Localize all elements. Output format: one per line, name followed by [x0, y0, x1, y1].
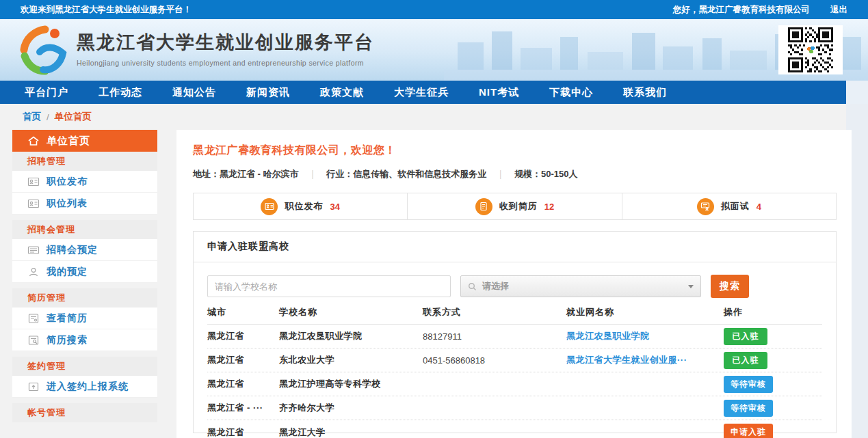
sidebar-section-header: 签约管理 [12, 357, 157, 376]
table-row: 黑龙江省 东北农业大学 0451-56860818 黑龙江省大学生就业创业服··… [207, 348, 822, 372]
welcome-text: 欢迎来到黑龙江省大学生就业创业服务平台！ [21, 4, 192, 16]
logout-link[interactable]: 退出 [830, 4, 847, 16]
table-row: 黑龙江省 黑龙江农垦职业学院 88127911 黑龙江农垦职业学院 已入驻 [207, 325, 822, 348]
job-card-icon [261, 198, 278, 215]
nav-item-work-news[interactable]: 工作动态 [98, 86, 142, 99]
stat-value: 34 [330, 202, 339, 212]
sidebar-section-header: 简历管理 [12, 288, 157, 307]
upload-icon [27, 381, 40, 392]
sidebar-section-header: 招聘会管理 [12, 220, 157, 239]
joined-badge-button[interactable]: 已入驻 [724, 352, 767, 369]
joined-badge-button[interactable]: 已入驻 [724, 328, 767, 345]
stats-bar: 职位发布 34 收到简历 12 拟面试 4 [193, 193, 837, 220]
sidebar-item-job-list[interactable]: 职位列表 [12, 193, 157, 215]
stat-resumes-received: 收到简历 12 [408, 193, 622, 219]
sidebar-active-label: 单位首页 [47, 135, 90, 148]
main-content: 黑龙江广睿教育科技有限公司，欢迎您！ 地址： 黑龙江省 - 哈尔滨市 ｜ 行业：… [176, 130, 852, 438]
sidebar-item-label: 查看简历 [47, 312, 88, 325]
nav-item-policy[interactable]: 政策文献 [320, 86, 364, 99]
sidebar-item-label: 进入签约上报系统 [47, 381, 129, 393]
site-title: 黑龙江省大学生就业创业服务平台 [77, 30, 374, 55]
nav-item-news[interactable]: 新闻资讯 [246, 86, 290, 99]
col-site: 就业网名称 [566, 306, 724, 318]
alliance-schools-section: 申请入驻联盟高校 请选择 搜索 城市 学校名称 联系方式 就业网名称 操作 [193, 231, 837, 433]
sidebar: 单位首页 招聘管理 职位发布 职位列表 招聘会管理 [12, 130, 157, 428]
site-subtitle: Heilongjiang university students employm… [77, 59, 374, 67]
breadcrumb: 首页 / 单位首页 [23, 104, 92, 130]
sidebar-item-label: 职位发布 [47, 176, 88, 188]
cell-school: 黑龙江护理高等专科学校 [279, 378, 423, 390]
sidebar-group-recruit: 招聘管理 职位发布 职位列表 [12, 152, 157, 215]
cell-school: 黑龙江大学 [279, 426, 423, 438]
cell-school: 齐齐哈尔大学 [279, 402, 423, 414]
sidebar-item-label: 招聘会预定 [47, 244, 98, 256]
resume-doc-icon [475, 198, 492, 215]
sidebar-item-unit-home[interactable]: 单位首页 [12, 130, 157, 152]
chevron-down-icon [688, 285, 694, 288]
sidebar-section-header: 招聘管理 [12, 152, 157, 171]
person-icon [27, 266, 40, 277]
employment-site-link[interactable]: 黑龙江农垦职业学院 [566, 331, 650, 341]
apply-join-button[interactable]: 申请入驻 [724, 424, 773, 438]
home-icon [27, 135, 40, 146]
breadcrumb-home-link[interactable]: 首页 [23, 111, 41, 123]
pending-review-button[interactable]: 等待审核 [724, 400, 773, 417]
sidebar-item-contract-system[interactable]: 进入签约上报系统 [12, 376, 157, 398]
nav-item-contact[interactable]: 联系我们 [623, 86, 667, 99]
main-nav: 平台门户 工作动态 通知公告 新闻资讯 政策文献 大学生征兵 NIT考试 下载中… [0, 81, 846, 104]
cell-school: 东北农业大学 [279, 354, 423, 366]
breadcrumb-separator: / [47, 112, 49, 122]
cell-city: 黑龙江省 [207, 354, 279, 366]
nav-item-notices[interactable]: 通知公告 [172, 86, 216, 99]
cell-school: 黑龙江农垦职业学院 [279, 330, 423, 342]
table-row: 黑龙江省 黑龙江护理高等专科学校 等待审核 [207, 372, 822, 396]
pending-review-button[interactable]: 等待审核 [724, 376, 773, 393]
site-header: 黑龙江省大学生就业创业服务平台 Heilongjiang university … [0, 19, 868, 81]
table-header-row: 城市 学校名称 联系方式 就业网名称 操作 [207, 301, 822, 325]
employment-site-link[interactable]: 黑龙江省大学生就业创业服··· [566, 355, 687, 365]
stat-value: 12 [544, 202, 554, 212]
board-icon [27, 245, 40, 256]
stat-label: 收到简历 [499, 200, 538, 213]
cell-city: 黑龙江省 [207, 330, 279, 342]
top-bar: 欢迎来到黑龙江省大学生就业创业服务平台！ 您好，黑龙江广睿教育科技有限公司 退出 [0, 0, 868, 19]
stat-value: 4 [757, 202, 761, 212]
search-icon [468, 282, 477, 291]
nav-item-recruitment[interactable]: 大学生征兵 [394, 86, 449, 99]
interview-icon [697, 198, 714, 215]
industry-label: 行业： [326, 168, 353, 180]
table-row: 黑龙江省 - ··· 齐齐哈尔大学 等待审核 [207, 396, 822, 420]
resume-view-icon [27, 313, 40, 324]
school-name-input[interactable] [207, 275, 451, 297]
cell-city: 黑龙江省 [207, 426, 279, 438]
col-city: 城市 [207, 306, 279, 318]
sidebar-item-my-booking[interactable]: 我的预定 [12, 261, 157, 283]
nav-item-downloads[interactable]: 下载中心 [549, 86, 593, 99]
sidebar-section-header: 帐号管理 [12, 403, 157, 422]
breadcrumb-current: 单位首页 [55, 111, 92, 123]
platform-logo-icon [19, 25, 70, 75]
cell-city: 黑龙江省 [207, 378, 279, 390]
sidebar-group-resume: 简历管理 查看简历 简历搜索 [12, 288, 157, 351]
sidebar-item-jobfair-booking[interactable]: 招聘会预定 [12, 239, 157, 261]
info-divider: ｜ [308, 168, 317, 180]
sidebar-item-label: 简历搜索 [47, 334, 88, 346]
company-welcome-title: 黑龙江广睿教育科技有限公司，欢迎您！ [193, 143, 837, 158]
school-select[interactable]: 请选择 [460, 275, 701, 297]
sidebar-item-label: 我的预定 [47, 266, 88, 278]
schools-table: 城市 学校名称 联系方式 就业网名称 操作 黑龙江省 黑龙江农垦职业学院 881… [194, 301, 836, 438]
nav-item-nit-exam[interactable]: NIT考试 [479, 86, 519, 99]
sidebar-item-job-publish[interactable]: 职位发布 [12, 171, 157, 193]
resume-search-icon [27, 335, 40, 346]
sidebar-item-view-resume[interactable]: 查看简历 [12, 307, 157, 329]
sidebar-group-jobfair: 招聘会管理 招聘会预定 我的预定 [12, 220, 157, 283]
col-school: 学校名称 [279, 306, 423, 318]
stat-planned-interviews: 拟面试 4 [622, 193, 836, 219]
qr-code [778, 25, 843, 74]
search-row: 请选择 搜索 [194, 262, 836, 301]
sidebar-item-resume-search[interactable]: 简历搜索 [12, 329, 157, 351]
industry-value: 信息传输、软件和信息技术服务业 [353, 168, 486, 180]
id-card-list-icon [27, 198, 40, 209]
search-button[interactable]: 搜索 [711, 275, 749, 298]
nav-item-portal[interactable]: 平台门户 [25, 86, 68, 99]
